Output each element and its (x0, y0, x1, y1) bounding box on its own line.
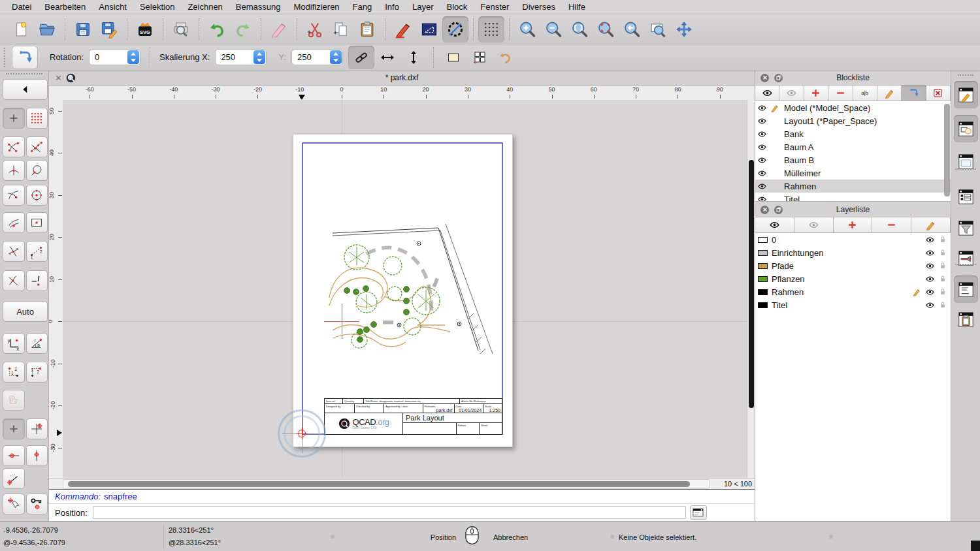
block-row-bank[interactable]: Bank (755, 127, 951, 140)
undo-button[interactable] (204, 16, 230, 42)
snap-coordinate-button[interactable] (3, 270, 25, 291)
block-row-rahmen[interactable]: Rahmen (755, 180, 951, 193)
position-input[interactable] (93, 506, 686, 519)
snap-free-button[interactable] (3, 108, 25, 129)
save-button[interactable] (70, 16, 96, 42)
open-file-button[interactable] (34, 16, 60, 42)
menu-item-info[interactable]: Info (378, 0, 406, 14)
menu-item-fang[interactable]: Fang (346, 0, 379, 14)
menu-item-ansicht[interactable]: Ansicht (92, 0, 133, 14)
block-list-scrollbar[interactable] (944, 104, 950, 197)
coordinate-relative-button[interactable]: 12 (3, 362, 25, 383)
menu-item-layer[interactable]: Layer (406, 0, 440, 14)
snap-off-button[interactable] (26, 270, 48, 291)
block-list-panel-toggle-button[interactable] (954, 115, 978, 142)
restrict-orthogonal-button[interactable] (26, 418, 48, 439)
paper-frame-button[interactable] (440, 46, 466, 69)
flip-vertical-button[interactable] (400, 46, 427, 69)
auto-zoom-button[interactable] (566, 16, 593, 42)
layer-visibility-eye-icon[interactable] (923, 235, 936, 245)
scale-y-stepper[interactable] (330, 50, 342, 64)
rename-block-button[interactable]: a|b (853, 86, 877, 101)
vertical-scrollbar[interactable] (747, 100, 755, 478)
draw-pencil-button[interactable] (390, 16, 416, 42)
scale-x-spinner[interactable]: 250 (215, 49, 267, 65)
menu-item-diverses[interactable]: Diverses (515, 0, 562, 14)
layer-visibility-eye-icon[interactable] (923, 248, 936, 258)
layer-lock-icon[interactable] (936, 287, 949, 296)
menu-item-hilfe[interactable]: Hilfe (562, 0, 592, 14)
layer-lock-icon[interactable] (936, 261, 949, 270)
snap-middle-button[interactable] (3, 212, 25, 233)
snap-distance-1-2-button[interactable]: 12 (26, 241, 48, 262)
pan-button[interactable] (671, 16, 697, 42)
edit-layer-button[interactable] (911, 217, 951, 232)
snap-intersection-manual-button[interactable] (3, 241, 25, 262)
layer-color-swatch[interactable] (758, 276, 768, 282)
scale-y-value[interactable]: 250 (292, 52, 330, 62)
command-line-toggle-button[interactable] (690, 505, 707, 520)
add-layer-button[interactable] (834, 217, 873, 232)
zoom-previous-button[interactable] (619, 16, 645, 42)
block-row-model-model-space-[interactable]: Model (*Model_Space) (755, 101, 951, 114)
layer-lock-icon[interactable] (936, 300, 949, 309)
delete-block-button[interactable] (926, 86, 951, 101)
layer-color-swatch[interactable] (758, 250, 768, 256)
rotation-value[interactable]: 0 (90, 52, 127, 62)
restrict-none-button[interactable] (3, 418, 25, 439)
save-as-button[interactable] (96, 16, 122, 42)
layer-row-pflanzen[interactable]: Pflanzen (755, 272, 951, 285)
menu-item-modifizieren[interactable]: Modifizieren (287, 0, 346, 14)
block-visibility-eye-icon[interactable] (755, 181, 768, 191)
back-button[interactable] (3, 79, 48, 100)
horizontal-scrollbar[interactable]: 10 < 100 (49, 478, 755, 489)
zoom-out-button[interactable] (540, 16, 566, 42)
coordinate-polar-button[interactable]: ra (26, 333, 48, 354)
layer-visibility-eye-icon[interactable] (923, 261, 936, 271)
clipboard-panel-toggle-button[interactable] (954, 306, 978, 333)
layer-visibility-eye-icon[interactable] (923, 300, 936, 310)
svg-export-button[interactable]: SVG (132, 16, 158, 42)
hide-all-layers-button[interactable] (794, 217, 834, 232)
hide-all-blocks-button[interactable] (779, 86, 804, 101)
menu-item-fenster[interactable]: Fenster (474, 0, 515, 14)
block-row-baum-a[interactable]: Baum A (755, 140, 951, 153)
block-visibility-eye-icon[interactable] (755, 116, 768, 126)
zoom-in-button[interactable] (514, 16, 540, 42)
layer-color-swatch[interactable] (758, 302, 768, 308)
layer-visibility-eye-icon[interactable] (923, 274, 936, 284)
layer-list-panel-toggle-button[interactable] (954, 183, 978, 210)
layer-visibility-eye-icon[interactable] (923, 287, 936, 297)
flip-horizontal-button[interactable] (374, 46, 400, 69)
menu-item-block[interactable]: Block (440, 0, 474, 14)
layer-row-titel[interactable]: Titel (755, 298, 951, 311)
layer-lock-icon[interactable] (936, 274, 949, 283)
restrict-horizontal-button[interactable] (3, 445, 25, 466)
layer-edit-pencil-icon[interactable] (910, 287, 923, 296)
restrict-vertical-button[interactable] (26, 445, 48, 466)
layer-color-swatch[interactable] (758, 263, 768, 269)
restrict-angle-button[interactable] (3, 468, 25, 489)
eraser-button[interactable] (266, 16, 292, 42)
snap-center-button[interactable] (26, 185, 48, 206)
edit-block-button[interactable] (877, 86, 902, 101)
property-editor-panel-toggle-button[interactable] (954, 81, 978, 108)
block-row-layout1-paper-space-[interactable]: Layout1 (*Paper_Space) (755, 114, 951, 127)
block-visibility-eye-icon[interactable] (755, 129, 768, 139)
print-preview-button[interactable] (168, 16, 194, 42)
coordinate-absolute-button[interactable]: 12 (26, 362, 48, 383)
command-line-panel-toggle-button[interactable] (954, 276, 978, 303)
close-panel-icon[interactable] (760, 206, 769, 214)
paste-button[interactable] (354, 16, 380, 42)
menu-item-bearbeiten[interactable]: Bearbeiten (38, 0, 92, 14)
preview-panel-toggle-button[interactable] (954, 148, 978, 175)
restrict-disabled-button[interactable] (3, 390, 25, 411)
layer-color-swatch[interactable] (758, 237, 768, 243)
menu-item-bemassung[interactable]: Bemassung (229, 0, 287, 14)
zoom-window-button[interactable] (645, 16, 671, 42)
menu-item-zeichnen[interactable]: Zeichnen (181, 0, 229, 14)
grid-array-button[interactable] (466, 46, 493, 69)
layer-row-pfade[interactable]: Pfade (755, 259, 951, 272)
new-file-button[interactable] (8, 16, 34, 42)
rotation-stepper[interactable] (127, 50, 139, 64)
